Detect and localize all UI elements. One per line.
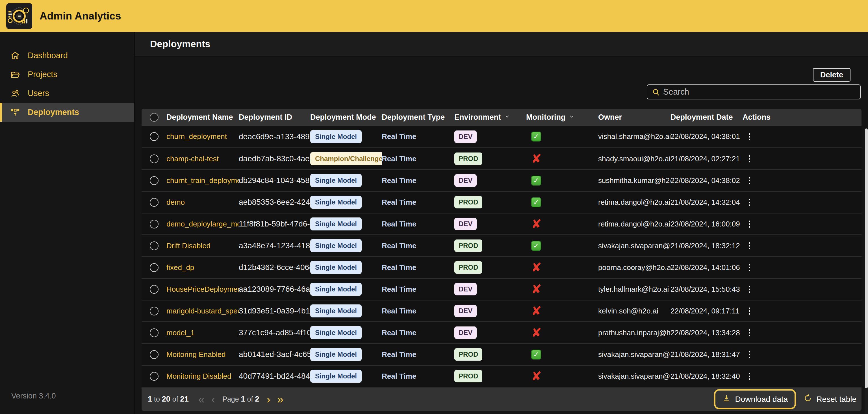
deployment-name-link[interactable]: Moitoring Enabled [166,350,226,359]
environment-badge: DEV [454,283,477,295]
deployment-date: 23/08/2024, 15:50:43 [671,285,743,294]
row-actions-menu[interactable] [745,371,754,382]
rows-range: 1 to 20 of 21 [148,395,189,404]
deployment-name-link[interactable]: churnt_train_deploymen [166,176,239,185]
col-deployment-mode[interactable]: Deployment Mode [310,113,382,122]
deployment-name-link[interactable]: fixed_dp [166,263,194,272]
deployment-name-link[interactable]: marigold-bustard_speec [166,307,239,315]
row-actions-menu[interactable] [745,175,754,186]
first-page-button[interactable]: « [196,394,207,405]
prev-page-button[interactable]: ‹ [209,394,217,405]
row-radio[interactable] [150,242,158,250]
row-radio[interactable] [150,350,158,359]
deployment-type: Real Time [382,285,454,294]
deployment-name-link[interactable]: champ-chal-test [166,155,219,163]
row-radio[interactable] [150,372,158,381]
table-scrollbar[interactable] [865,128,868,414]
owner-email: kelvin.soh@h2o.ai [598,307,671,315]
row-actions-menu[interactable] [745,240,754,252]
monitoring-status-icon: ✓ [531,350,541,359]
deployment-name-link[interactable]: HousePriceDeployment [166,285,239,293]
table-row[interactable]: Moitoring Enabled ab0141ed-3acf-4c65-82 … [142,343,862,365]
sidebar-item-projects[interactable]: Projects [0,65,134,84]
scrollbar-thumb[interactable] [865,128,868,388]
row-actions-menu[interactable] [745,196,754,208]
table-row[interactable]: fixed_dp d12b4362-6cce-406c-9 Single Mod… [142,256,862,278]
col-deployment-date[interactable]: Deployment Date [671,113,743,122]
search-input[interactable] [663,87,860,97]
table-row[interactable]: Monitoring Disabled 40d77491-bd24-4840-b… [142,365,862,387]
deployment-name-link[interactable]: model_1 [166,328,195,337]
owner-email: retima.dangol@h2o.ai [598,220,671,228]
col-actions: Actions [743,113,862,122]
deployment-id: db294c84-1043-458c-9 [239,176,310,185]
row-actions-menu[interactable] [745,284,754,295]
sidebar-item-deployments[interactable]: Deployments [0,103,134,122]
table-row[interactable]: churn_deployment deac6d9e-a133-4891-8 Si… [142,126,862,148]
environment-badge: DEV [454,305,477,317]
row-radio[interactable] [150,307,158,315]
sidebar-item-users[interactable]: Users [0,84,134,103]
reset-table-button[interactable]: Reset table [803,394,857,405]
row-radio[interactable] [150,220,158,228]
monitoring-status-icon: ✘ [531,370,541,382]
table-row[interactable]: HousePriceDeployment aa123089-7766-46a8-… [142,278,862,299]
row-actions-menu[interactable] [745,131,754,142]
col-environment[interactable]: Environment [454,113,526,122]
row-radio[interactable] [150,263,158,272]
table-row[interactable]: demo aeb85353-6ee2-4241-9 Single Model R… [142,191,862,213]
row-radio[interactable] [150,285,158,294]
search-icon [652,88,660,96]
table-row[interactable]: churnt_train_deploymen db294c84-1043-458… [142,169,862,191]
col-deployment-id[interactable]: Deployment ID [239,113,310,122]
col-owner[interactable]: Owner [598,113,671,122]
environment-badge: PROD [454,196,482,209]
row-actions-menu[interactable] [745,349,754,360]
deployment-mode-badge: Single Model [310,326,362,339]
row-actions-menu[interactable] [745,327,754,339]
sidebar-item-dashboard[interactable]: Dashboard [0,46,134,65]
table-row[interactable]: champ-chal-test daedb7ab-83c0-4aea-9 Cha… [142,148,862,169]
row-radio[interactable] [150,198,158,207]
environment-badge: PROD [454,153,482,165]
monitoring-status-icon: ✘ [531,153,541,165]
table-row[interactable]: Drift Disabled a3a48e74-1234-4186-a Sing… [142,234,862,256]
table-footer: 1 to 20 of 21 « ‹ Page 1 of 2 › » Downlo… [142,387,862,411]
deployment-mode-badge: Champion/Challenger [310,152,382,165]
col-monitoring[interactable]: Monitoring [526,113,598,122]
deployment-name-link[interactable]: churn_deployment [166,132,227,140]
deployment-id: 11f8f81b-59bf-47d6-90 [239,219,310,228]
sidebar-item-label: Dashboard [28,51,68,60]
deployment-name-link[interactable]: Drift Disabled [166,242,211,250]
deployment-name-link[interactable]: demo_deploylarge_mojc [166,220,239,228]
table-row[interactable]: model_1 377c1c94-ad85-4f10-a3 Single Mod… [142,321,862,343]
row-radio[interactable] [150,328,158,337]
row-actions-menu[interactable] [745,218,754,230]
deployment-type: Real Time [382,307,454,315]
deployment-name-link[interactable]: demo [166,198,185,206]
top-header-bar: Admin Analytics [0,0,868,32]
col-deployment-type[interactable]: Deployment Type [382,113,454,122]
row-radio[interactable] [150,155,158,163]
row-actions-menu[interactable] [745,262,754,274]
table-row[interactable]: marigold-bustard_speec 31d93e51-0a39-4b1… [142,299,862,321]
row-actions-menu[interactable] [745,153,754,165]
last-page-button[interactable]: » [275,394,286,405]
row-actions-menu[interactable] [745,305,754,317]
monitoring-status-icon: ✘ [531,218,541,230]
owner-email: sivakajan.sivaparan@h2 [598,372,671,381]
row-radio[interactable] [150,132,158,141]
download-data-button[interactable]: Download data [714,389,796,409]
deployment-date: 21/08/2024, 14:32:04 [671,198,743,207]
deployment-date: 21/08/2024, 18:32:40 [671,372,743,381]
table-row[interactable]: demo_deploylarge_mojc 11f8f81b-59bf-47d6… [142,213,862,234]
deployment-name-link[interactable]: Monitoring Disabled [166,372,231,380]
select-all-radio[interactable] [150,113,158,122]
col-deployment-name[interactable]: Deployment Name [166,113,239,122]
delete-button[interactable]: Delete [813,68,850,82]
table-body: churn_deployment deac6d9e-a133-4891-8 Si… [142,126,862,387]
next-page-button[interactable]: › [264,394,272,405]
footer-actions: Download data Reset table [714,387,857,411]
row-radio[interactable] [150,176,158,185]
deployment-mode-badge: Single Model [310,305,362,317]
